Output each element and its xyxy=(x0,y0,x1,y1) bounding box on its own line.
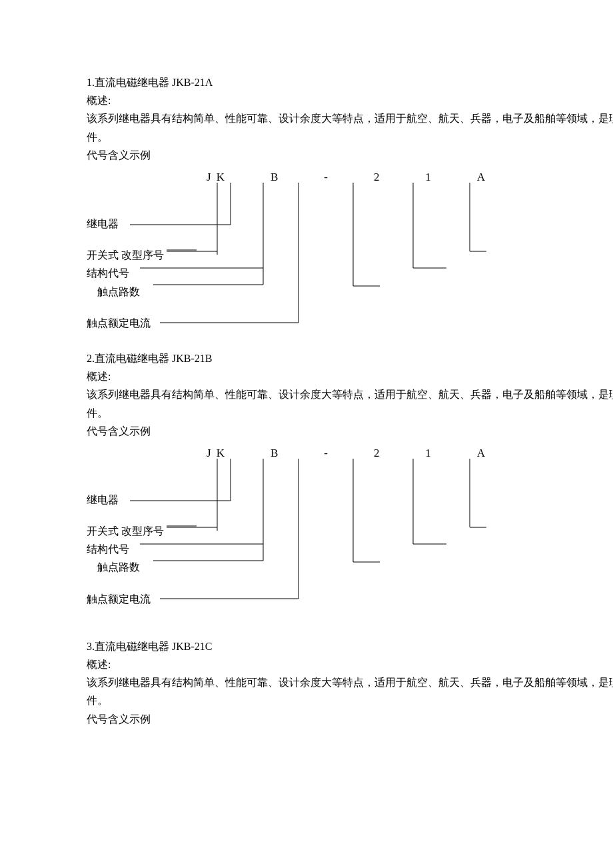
label-switch-mod: 开关式 改型序号 xyxy=(87,246,164,264)
section-title: 2.直流电磁继电器 JKB-21B xyxy=(87,349,613,367)
code-diagram: J K B - 2 1 A 继电器 开关式 改型序号 结构代号 触点路数 触点额… xyxy=(87,168,613,341)
code-label: 代号含义示例 xyxy=(87,422,613,440)
label-relay: 继电器 xyxy=(87,215,164,233)
code-part: A xyxy=(477,444,486,463)
overview-label: 概述: xyxy=(87,367,613,385)
label-switch-mod: 开关式 改型序号 xyxy=(87,522,164,540)
code-part: A xyxy=(477,168,486,187)
code-part: J K xyxy=(207,444,226,463)
label-struct: 结构代号 xyxy=(87,540,164,558)
code-part: J K xyxy=(207,168,226,187)
code-part: 2 xyxy=(374,444,381,463)
code-part: B xyxy=(271,444,279,463)
label-contact-count: 触点路数 xyxy=(87,558,164,576)
section-title: 3.直流电磁继电器 JKB-21C xyxy=(87,637,613,655)
label-relay: 继电器 xyxy=(87,491,164,509)
code-label: 代号含义示例 xyxy=(87,146,613,164)
label-contact-count: 触点路数 xyxy=(87,283,164,301)
code-part: 2 xyxy=(374,168,381,187)
code-row: J K B - 2 1 A xyxy=(207,444,486,463)
code-label: 代号含义示例 xyxy=(87,710,613,728)
overview-label: 概述: xyxy=(87,655,613,673)
section-3: 3.直流电磁继电器 JKB-21C 概述: 该系列继电器具有结构简单、性能可靠、… xyxy=(87,637,613,728)
code-part: B xyxy=(271,168,279,187)
section-1: 1.直流电磁继电器 JKB-21A 概述: 该系列继电器具有结构简单、性能可靠、… xyxy=(87,73,613,341)
overview-label: 概述: xyxy=(87,91,613,109)
diagram-labels: 继电器 开关式 改型序号 结构代号 触点路数 触点额定电流 xyxy=(87,215,164,332)
code-part: 1 xyxy=(425,168,432,187)
overview-text: 该系列继电器具有结构简单、性能可靠、设计余度大等特点，适用于航空、航天、兵器，电… xyxy=(87,109,613,145)
section-title: 1.直流电磁继电器 JKB-21A xyxy=(87,73,613,91)
overview-text: 该系列继电器具有结构简单、性能可靠、设计余度大等特点，适用于航空、航天、兵器，电… xyxy=(87,673,613,709)
label-rated-current: 触点额定电流 xyxy=(87,590,164,608)
label-struct: 结构代号 xyxy=(87,264,164,282)
code-diagram: J K B - 2 1 A 继电器 开关式 改型序号 结构代号 触点路数 触点额… xyxy=(87,444,613,617)
code-part: - xyxy=(324,168,329,187)
label-rated-current: 触点额定电流 xyxy=(87,314,164,332)
diagram-labels: 继电器 开关式 改型序号 结构代号 触点路数 触点额定电流 xyxy=(87,491,164,608)
code-part: - xyxy=(324,444,329,463)
code-part: 1 xyxy=(425,444,432,463)
overview-text: 该系列继电器具有结构简单、性能可靠、设计余度大等特点，适用于航空、航天、兵器，电… xyxy=(87,385,613,421)
code-row: J K B - 2 1 A xyxy=(207,168,486,187)
section-2: 2.直流电磁继电器 JKB-21B 概述: 该系列继电器具有结构简单、性能可靠、… xyxy=(87,349,613,617)
